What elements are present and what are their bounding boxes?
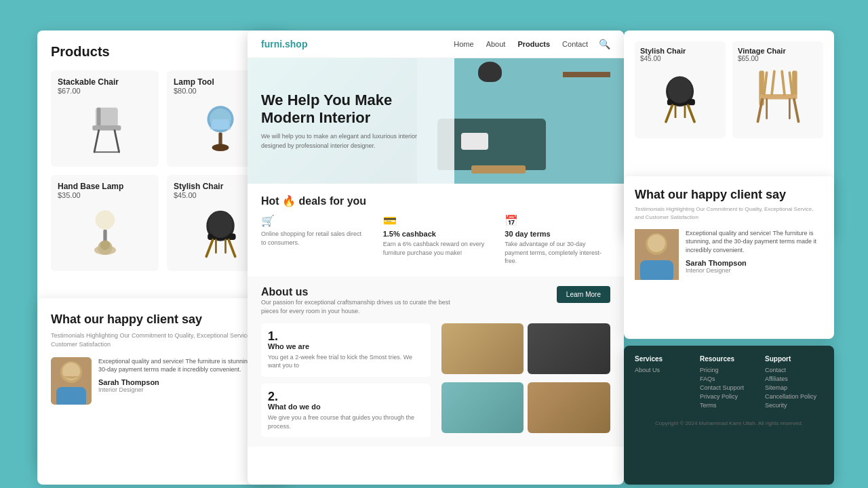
svg-line-39 xyxy=(782,71,785,94)
avatar xyxy=(51,357,92,405)
testimonial-title: What our happy client say xyxy=(51,312,275,327)
deal-desc: Take advantage of our 30-day payment ter… xyxy=(505,240,610,266)
learn-more-button[interactable]: Learn More xyxy=(557,286,610,303)
point-desc: We give you a free course that guides yo… xyxy=(268,413,424,430)
nav-links: Home About Products Contact xyxy=(454,40,588,48)
svg-line-19 xyxy=(229,240,235,256)
right-products-grid: Stylish Chair $45.00 Vintage Chair $65.0… xyxy=(635,41,823,138)
shopping-icon: 🛒 xyxy=(261,214,367,227)
navbar: furni.shop Home About Products Contact 🔍 xyxy=(248,30,624,58)
hero-overlay: We Help You Make Modern Interior We will… xyxy=(248,58,454,184)
nav-home[interactable]: Home xyxy=(454,40,473,48)
footer-col-item: About Us xyxy=(635,367,693,373)
footer-col-item: Terms xyxy=(700,402,758,409)
calendar-icon: 📅 xyxy=(505,214,610,227)
about-section: About us Our passion for exceptional cra… xyxy=(248,277,624,447)
pillow xyxy=(461,133,488,150)
svg-marker-10 xyxy=(210,119,231,129)
footer-col-title: Resources xyxy=(700,355,758,363)
footer-col-title: Services xyxy=(635,355,693,363)
brand-logo: furni.shop xyxy=(261,39,307,49)
product-card-hand-lamp[interactable]: Hand Base Lamp $35.00 xyxy=(51,175,159,271)
search-icon[interactable]: 🔍 xyxy=(599,39,610,49)
svg-line-40 xyxy=(789,73,792,94)
right-product-name: Vintage Chair xyxy=(738,47,818,55)
deal-heading: 1.5% cashback xyxy=(383,230,489,238)
products-grid: Stackable Chair $67.00 Lamp Tool $80.00 xyxy=(51,70,275,271)
about-image-3 xyxy=(441,382,524,433)
point-title: Who we are xyxy=(268,342,424,350)
footer-panel: Services About Us Resources Pricing FAQs… xyxy=(624,346,834,485)
svg-line-3 xyxy=(94,130,99,152)
stylish-chair-icon xyxy=(195,207,246,261)
point-number: 1. xyxy=(268,330,424,342)
nav-products[interactable]: Products xyxy=(517,40,550,48)
deals-title: Hot 🔥 deals for you xyxy=(261,195,610,207)
product-price: $67.00 xyxy=(58,87,152,95)
svg-line-30 xyxy=(688,105,694,121)
products-panel-title: Products xyxy=(51,44,275,60)
right-product-name: Stylish Chair xyxy=(640,47,720,55)
lamp-icon xyxy=(202,102,239,157)
footer-col-item: Affiliates xyxy=(765,375,823,382)
nav-contact[interactable]: Contact xyxy=(562,40,588,48)
right-product-vintage-chair[interactable]: Vintage Chair $65.00 xyxy=(732,41,823,138)
footer-col-services: Services About Us xyxy=(635,355,693,411)
about-images xyxy=(441,323,611,437)
testimonial-subtitle: Testimonials Highlighting Our Commitment… xyxy=(51,331,275,348)
about-header: About us Our passion for exceptional cra… xyxy=(261,286,610,317)
avatar-illustration xyxy=(51,357,92,405)
cashback-icon: 💳 xyxy=(383,214,489,227)
about-image-2 xyxy=(528,323,610,374)
right-product-image xyxy=(738,65,818,133)
hero-section: We Help You Make Modern Interior We will… xyxy=(248,58,624,184)
footer-col-item: Pricing xyxy=(700,367,758,373)
svg-point-22 xyxy=(208,211,233,239)
right-testimonial-quote: Exceptional quality and service! The fur… xyxy=(686,229,823,255)
footer-col-item: FAQs xyxy=(700,375,758,382)
nav-about[interactable]: About xyxy=(486,40,506,48)
about-description: Our passion for exceptional craftsmanshi… xyxy=(261,298,465,317)
product-card-stackable-chair[interactable]: Stackable Chair $67.00 xyxy=(51,70,159,167)
footer-col-item: Security xyxy=(765,402,823,409)
product-name: Hand Base Lamp xyxy=(58,182,152,191)
right-testimonial-content: Exceptional quality and service! The fur… xyxy=(686,229,823,280)
point-desc: You get a 2-week free trial to kick the … xyxy=(268,353,424,370)
svg-point-15 xyxy=(100,241,109,250)
deal-heading: 30 day terms xyxy=(505,230,610,238)
footer-col-item: Cancellation Policy xyxy=(765,393,823,400)
svg-point-9 xyxy=(212,144,229,151)
about-points: 1. Who we are You get a 2-week free tria… xyxy=(261,323,431,437)
point-number: 2. xyxy=(268,390,424,403)
svg-rect-2 xyxy=(92,125,121,130)
footer-col-item: Privacy Policy xyxy=(700,393,758,400)
hero-description: We will help you to make an elegant and … xyxy=(261,132,441,150)
footer-columns: Services About Us Resources Pricing FAQs… xyxy=(635,355,823,411)
about-point-2: 2. What do we do We give you a free cour… xyxy=(261,384,431,437)
svg-rect-47 xyxy=(640,260,673,280)
about-image-1 xyxy=(441,323,524,374)
about-content: 1. Who we are You get a 2-week free tria… xyxy=(261,323,610,437)
deals-row: 🛒 Online shopping for retail sales direc… xyxy=(261,214,610,266)
right-testimonial-panel: What our happy client say Testimonials H… xyxy=(624,176,834,339)
stackable-chair-icon xyxy=(81,104,129,155)
svg-line-38 xyxy=(772,71,774,94)
product-image xyxy=(58,99,152,160)
wall-shelf xyxy=(563,72,610,77)
deal-item-shopping: 🛒 Online shopping for retail sales direc… xyxy=(261,214,367,266)
footer-col-support: Support Contact Affiliates Sitemap Cance… xyxy=(765,355,823,411)
right-testimonial-subtitle: Testimonials Highlighting Our Commitment… xyxy=(635,205,823,220)
deal-item-cashback: 💳 1.5% cashback Earn a 6% cashback rewar… xyxy=(383,214,489,266)
svg-line-4 xyxy=(115,130,119,152)
footer-col-resources: Resources Pricing FAQs Contact Support P… xyxy=(700,355,758,411)
svg-point-48 xyxy=(648,235,665,252)
right-product-price: $45.00 xyxy=(640,55,720,62)
main-website-panel: furni.shop Home About Products Contact 🔍… xyxy=(248,30,624,485)
svg-line-37 xyxy=(764,73,766,94)
coffee-table xyxy=(471,165,526,174)
testimonial-row: Exceptional quality and service! The fur… xyxy=(51,357,275,405)
hanging-lamp xyxy=(478,62,502,82)
about-image-4 xyxy=(528,382,610,433)
svg-point-11 xyxy=(95,210,114,229)
right-product-stylish-chair[interactable]: Stylish Chair $45.00 xyxy=(635,41,726,138)
